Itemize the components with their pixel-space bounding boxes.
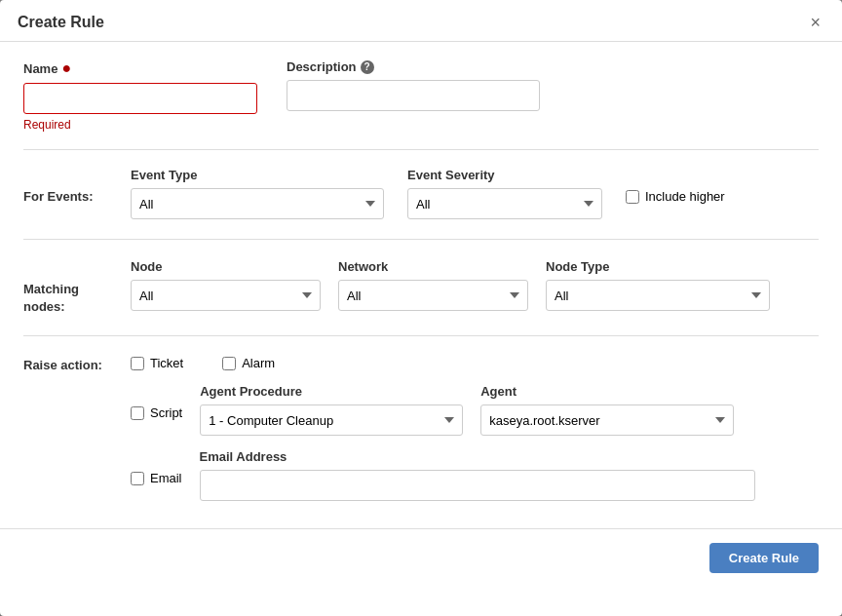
ticket-item: Ticket: [131, 356, 183, 370]
event-type-select[interactable]: All: [131, 188, 384, 219]
include-higher-label: Include higher: [645, 189, 725, 204]
dialog-footer: Create Rule: [0, 528, 842, 587]
description-help-icon[interactable]: ?: [361, 60, 374, 74]
agent-label: Agent: [480, 384, 734, 399]
raise-row2: Script Agent Procedure 1 - Computer Clea…: [131, 384, 819, 436]
required-marker: ●: [61, 59, 71, 77]
name-label-text: Name: [23, 61, 57, 76]
description-field-group: Description ?: [287, 59, 540, 111]
description-label-text: Description: [287, 59, 357, 74]
matching-nodes-label: Matchingnodes:: [23, 259, 131, 316]
raise-action-label: Raise action:: [23, 356, 131, 372]
alarm-label: Alarm: [242, 356, 275, 370]
email-label: Email: [150, 471, 182, 485]
event-severity-select[interactable]: All: [407, 188, 602, 219]
raise-action-section: Raise action: Ticket Alarm: [23, 356, 819, 501]
for-events-content: Event Type All Event Severity All Includ…: [131, 168, 819, 219]
node-group: Node All: [131, 259, 321, 311]
create-rule-button[interactable]: Create Rule: [709, 543, 819, 573]
script-item: Script: [131, 384, 182, 420]
network-select[interactable]: All: [338, 280, 528, 311]
agent-procedure-select[interactable]: 1 - Computer Cleanup: [200, 404, 463, 436]
description-label: Description ?: [287, 59, 540, 74]
name-label: Name ●: [23, 59, 257, 77]
agent-procedure-label: Agent Procedure: [200, 384, 463, 399]
alarm-item: Alarm: [222, 356, 275, 370]
raise-row3: Email Email Address: [131, 449, 819, 501]
name-desc-section: Name ● Required Description ?: [23, 59, 819, 150]
node-type-select[interactable]: All: [546, 280, 770, 311]
raise-row1: Ticket Alarm: [131, 356, 819, 370]
network-group: Network All: [338, 259, 528, 311]
network-label: Network: [338, 259, 528, 274]
close-button[interactable]: ×: [806, 14, 824, 31]
event-type-group: Event Type All: [131, 168, 384, 219]
script-checkbox[interactable]: [131, 406, 144, 420]
script-label: Script: [150, 405, 182, 420]
node-type-label: Node Type: [546, 259, 770, 274]
for-events-section: For Events: Event Type All Event Severit…: [23, 168, 819, 240]
required-text: Required: [23, 118, 257, 132]
ticket-label: Ticket: [150, 356, 183, 370]
agent-procedure-group: Agent Procedure 1 - Computer Cleanup: [200, 384, 463, 436]
name-input[interactable]: [23, 83, 257, 114]
email-checkbox[interactable]: [131, 472, 144, 485]
alarm-checkbox[interactable]: [222, 357, 236, 370]
email-address-label: Email Address: [200, 449, 755, 464]
for-events-label: For Events:: [23, 168, 131, 204]
dialog-header: Create Rule ×: [0, 0, 842, 42]
dialog-body: Name ● Required Description ? For Events…: [0, 42, 842, 519]
email-address-input[interactable]: [200, 470, 755, 501]
agent-group: Agent kaseya.root.kserver: [480, 384, 734, 436]
node-label: Node: [131, 259, 321, 274]
raise-action-content: Ticket Alarm Script Agent Procedure: [131, 356, 819, 501]
dialog-title: Create Rule: [18, 14, 104, 31]
event-severity-group: Event Severity All: [407, 168, 602, 219]
agent-select[interactable]: kaseya.root.kserver: [480, 404, 734, 436]
event-type-label: Event Type: [131, 168, 384, 182]
email-address-group: Email Address: [200, 449, 755, 501]
matching-label-text: Matchingnodes:: [23, 282, 79, 314]
create-rule-dialog: Create Rule × Name ● Required Descriptio…: [0, 0, 842, 616]
description-input[interactable]: [287, 80, 540, 111]
include-higher-group: Include higher: [626, 168, 725, 204]
matching-nodes-content: Node All Network All Node Type All: [131, 259, 819, 311]
matching-nodes-section: Matchingnodes: Node All Network All Node…: [23, 259, 819, 336]
node-type-group: Node Type All: [546, 259, 770, 311]
event-severity-label: Event Severity: [407, 168, 602, 182]
ticket-checkbox[interactable]: [131, 357, 144, 370]
node-select[interactable]: All: [131, 280, 321, 311]
include-higher-checkbox[interactable]: [626, 190, 639, 204]
email-item: Email: [131, 449, 182, 485]
name-field-group: Name ● Required: [23, 59, 257, 132]
